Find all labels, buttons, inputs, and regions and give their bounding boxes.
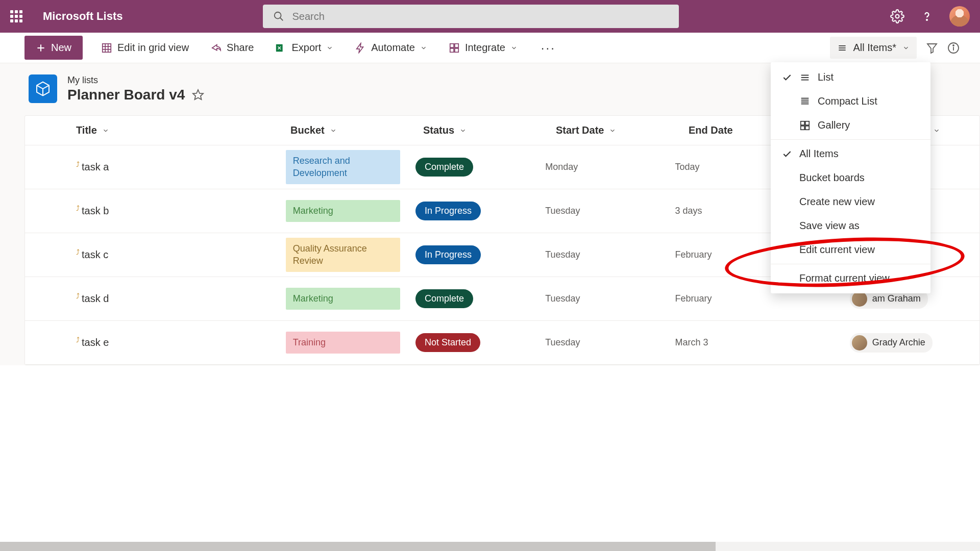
cell-startdate[interactable]: Tuesday <box>545 249 675 260</box>
task-icon: ⤴ <box>76 292 80 300</box>
breadcrumb[interactable]: My lists <box>67 75 204 86</box>
svg-point-22 <box>953 45 954 46</box>
column-header-status[interactable]: Status <box>423 124 556 136</box>
table-row[interactable]: ⤴task e Training Not Started Tuesday Mar… <box>25 321 979 365</box>
chevron-down-icon <box>510 44 518 52</box>
svg-point-3 <box>926 19 927 20</box>
cell-startdate[interactable]: Tuesday <box>545 293 675 304</box>
cell-status[interactable]: Not Started <box>415 333 545 352</box>
view-option-compact-list[interactable]: Compact List <box>771 89 930 113</box>
assignee-avatar <box>852 291 867 307</box>
cell-title[interactable]: ⤴task d <box>76 293 286 305</box>
column-header-title[interactable]: Title <box>76 124 290 136</box>
search-input[interactable] <box>292 11 669 22</box>
svg-point-0 <box>275 12 281 19</box>
user-avatar[interactable] <box>949 6 970 27</box>
svg-marker-23 <box>193 90 203 99</box>
cell-title[interactable]: ⤴task b <box>76 205 286 217</box>
favorite-star-icon[interactable] <box>192 89 204 101</box>
cell-status[interactable]: Complete <box>415 158 545 177</box>
share-icon <box>210 42 222 54</box>
task-title-text: task a <box>82 161 109 173</box>
share-button[interactable]: Share <box>207 38 257 58</box>
help-icon[interactable] <box>920 9 934 23</box>
chevron-down-icon <box>326 44 333 52</box>
view-option-gallery[interactable]: Gallery <box>771 113 930 137</box>
chevron-down-icon <box>330 127 337 134</box>
cell-bucket[interactable]: Marketing <box>286 288 415 310</box>
cell-bucket[interactable]: Training <box>286 332 415 354</box>
svg-rect-34 <box>805 126 809 129</box>
cell-status[interactable]: In Progress <box>415 245 545 264</box>
scrollbar-thumb[interactable] <box>0 542 716 551</box>
view-action-save-view-as[interactable]: Save view as <box>771 214 930 238</box>
column-header-startdate[interactable]: Start Date <box>556 124 689 136</box>
more-actions-button[interactable]: ··· <box>536 41 561 55</box>
cell-enddate[interactable]: March 3 <box>675 337 849 348</box>
cell-bucket[interactable]: Research and Development <box>286 150 415 184</box>
bucket-chip: Research and Development <box>286 150 400 184</box>
automate-label: Automate <box>371 42 415 54</box>
view-option-label: Edit current view <box>799 244 875 256</box>
search-box[interactable] <box>263 5 679 28</box>
task-title-text: task b <box>82 205 109 217</box>
edit-grid-label: Edit in grid view <box>117 42 189 54</box>
cell-startdate[interactable]: Tuesday <box>545 337 675 348</box>
integrate-button[interactable]: Integrate <box>446 38 521 58</box>
chevron-down-icon <box>609 127 616 134</box>
assignee-name: Grady Archie <box>872 337 925 348</box>
view-option-label: All Items <box>799 148 839 160</box>
list-lines-icon <box>799 72 811 83</box>
svg-rect-6 <box>103 43 111 52</box>
view-option-list[interactable]: List <box>771 65 930 89</box>
cell-assignedto[interactable]: Grady Archie <box>850 333 979 353</box>
view-selector-button[interactable]: All Items* <box>830 37 917 59</box>
cell-title[interactable]: ⤴task e <box>76 337 286 348</box>
chevron-down-icon <box>102 127 109 134</box>
new-button-label: New <box>51 42 71 54</box>
compact-list-icon <box>799 96 811 107</box>
list-app-icon <box>29 74 57 103</box>
automate-button[interactable]: Automate <box>352 38 430 58</box>
view-action-format-current[interactable]: Format current view <box>771 266 930 290</box>
view-option-label: Create new view <box>799 196 875 208</box>
cell-status[interactable]: Complete <box>415 289 545 308</box>
view-action-create-view[interactable]: Create new view <box>771 190 930 214</box>
svg-rect-33 <box>801 126 804 129</box>
plus-icon <box>36 43 46 53</box>
waffle-app-launcher[interactable] <box>10 10 22 22</box>
task-icon: ⤴ <box>76 248 80 256</box>
automate-icon <box>355 42 366 54</box>
edit-grid-button[interactable]: Edit in grid view <box>98 38 192 58</box>
cell-enddate[interactable]: February <box>675 293 849 304</box>
cell-title[interactable]: ⤴task a <box>76 161 286 173</box>
view-action-edit-current[interactable]: Edit current view <box>771 238 930 262</box>
horizontal-scrollbar[interactable] <box>0 542 980 551</box>
task-title-text: task c <box>82 249 108 261</box>
view-option-label: List <box>818 71 834 83</box>
status-pill: Complete <box>415 289 473 308</box>
new-button[interactable]: New <box>24 36 83 60</box>
cell-startdate[interactable]: Tuesday <box>545 206 675 216</box>
chevron-down-icon <box>933 127 940 134</box>
task-title-text: task d <box>82 293 109 305</box>
cell-bucket[interactable]: Quality Assurance Review <box>286 238 415 272</box>
export-button[interactable]: Export <box>272 38 336 58</box>
info-icon[interactable] <box>947 42 960 54</box>
menu-divider <box>771 139 930 140</box>
cell-title[interactable]: ⤴task c <box>76 249 286 261</box>
settings-icon[interactable] <box>890 9 904 23</box>
view-option-bucket-boards[interactable]: Bucket boards <box>771 166 930 190</box>
column-header-bucket[interactable]: Bucket <box>290 124 423 136</box>
status-pill: Not Started <box>415 333 480 352</box>
integrate-label: Integrate <box>465 42 505 54</box>
app-header: Microsoft Lists <box>0 0 980 33</box>
cell-startdate[interactable]: Monday <box>545 162 675 172</box>
filter-icon[interactable] <box>926 42 938 54</box>
share-label: Share <box>227 42 254 54</box>
view-option-all-items[interactable]: All Items <box>771 142 930 166</box>
cell-bucket[interactable]: Marketing <box>286 200 415 222</box>
task-title-text: task e <box>82 337 109 348</box>
cube-icon <box>35 81 51 97</box>
cell-status[interactable]: In Progress <box>415 202 545 220</box>
